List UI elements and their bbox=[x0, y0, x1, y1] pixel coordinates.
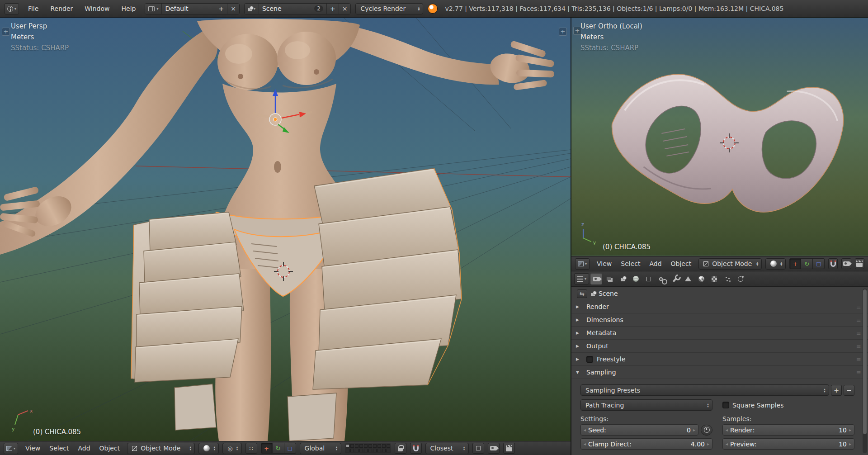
preview-samples-field[interactable]: ◂ Preview: 10 ▸ bbox=[722, 438, 854, 450]
panel-grip-icon[interactable]: ≡ bbox=[856, 369, 861, 376]
context-history-button[interactable]: ⇆ bbox=[577, 289, 587, 298]
translate-manipulator-toggle[interactable]: + bbox=[261, 443, 273, 454]
menu-window[interactable]: Window bbox=[85, 5, 109, 12]
square-samples-checkbox[interactable]: Square Samples bbox=[722, 402, 854, 409]
panel-grip-icon[interactable]: ≡ bbox=[856, 343, 861, 350]
panel-grip-icon[interactable]: ≡ bbox=[856, 303, 861, 310]
pivot-center-select[interactable]: ◎ ▴▾ bbox=[222, 443, 241, 454]
render-engine-select[interactable]: Cycles Render ▴▾ bbox=[355, 3, 423, 14]
scale-manipulator-toggle[interactable]: □ bbox=[813, 258, 825, 269]
menu-add[interactable]: Add bbox=[78, 445, 90, 452]
decrement-icon[interactable]: ◂ bbox=[584, 427, 586, 432]
snap-toggle[interactable] bbox=[410, 443, 422, 454]
transform-orientation-select[interactable]: Global ▴▾ bbox=[300, 443, 341, 454]
panel-grip-icon[interactable]: ≡ bbox=[856, 356, 861, 363]
render-layers-tab[interactable] bbox=[604, 273, 615, 284]
scale-manipulator-toggle[interactable]: □ bbox=[284, 443, 296, 454]
panel-render[interactable]: ▶ Render ≡ bbox=[571, 300, 868, 313]
render-samples-field[interactable]: ◂ Render: 10 ▸ bbox=[722, 424, 854, 436]
scene-add-button[interactable]: + bbox=[327, 4, 339, 14]
world-tab[interactable] bbox=[630, 273, 642, 284]
constraints-tab[interactable] bbox=[656, 273, 668, 284]
scene-name-field[interactable]: Scene 2 bbox=[259, 4, 327, 14]
toolshelf-toggle-icon[interactable]: + bbox=[2, 28, 10, 36]
menu-render[interactable]: Render bbox=[50, 5, 73, 12]
rotate-manipulator-toggle[interactable]: ↻ bbox=[801, 258, 813, 269]
physics-tab[interactable] bbox=[735, 273, 746, 284]
material-tab[interactable] bbox=[695, 273, 707, 284]
snap-element-button[interactable] bbox=[472, 443, 484, 454]
scene-lock-toggle[interactable] bbox=[395, 443, 406, 454]
panel-grip-icon[interactable]: ≡ bbox=[856, 317, 861, 323]
texture-tab[interactable] bbox=[708, 273, 720, 284]
viewport-shading-select[interactable]: ▴▾ bbox=[765, 258, 786, 270]
properties-editor-type-button[interactable]: ▾ bbox=[574, 273, 589, 284]
decrement-icon[interactable]: ◂ bbox=[726, 427, 728, 432]
menu-help[interactable]: Help bbox=[122, 5, 136, 12]
seed-field[interactable]: ◂ Seed: 0 ▸ bbox=[580, 424, 698, 436]
properties-scrollbar[interactable] bbox=[863, 289, 867, 453]
scene-delete-button[interactable]: × bbox=[339, 4, 351, 14]
panel-sampling[interactable]: ▼ Sampling ≡ bbox=[571, 366, 868, 379]
opengl-render-button[interactable] bbox=[841, 258, 851, 269]
menu-file[interactable]: File bbox=[28, 5, 38, 12]
scrollbar-thumb[interactable] bbox=[863, 289, 867, 434]
particles-tab[interactable] bbox=[722, 273, 733, 284]
clamp-direct-field[interactable]: ◂ Clamp Direct: 4.00 ▸ bbox=[580, 438, 712, 450]
seed-animate-button[interactable] bbox=[701, 425, 712, 436]
panel-grip-icon[interactable]: ≡ bbox=[856, 330, 861, 337]
menu-object[interactable]: Object bbox=[99, 445, 120, 452]
increment-icon[interactable]: ▸ bbox=[693, 427, 695, 432]
preset-add-button[interactable]: + bbox=[831, 385, 842, 396]
increment-icon[interactable]: ▸ bbox=[849, 427, 851, 432]
modifiers-tab[interactable] bbox=[669, 273, 681, 284]
scene-tab[interactable] bbox=[617, 273, 628, 284]
preset-remove-button[interactable] bbox=[844, 385, 854, 396]
viewport-shading-select[interactable]: ▴▾ bbox=[198, 443, 219, 454]
viewport-3d-secondary[interactable]: z y User Ortho (Local) Meters SStatus: C… bbox=[571, 18, 868, 256]
secondary-viewport-canvas[interactable]: z y bbox=[571, 18, 868, 256]
panel-metadata[interactable]: ▶ Metadata ≡ bbox=[571, 327, 868, 340]
interaction-mode-select[interactable]: Object Mode ▴▾ bbox=[698, 258, 762, 270]
screen-layout-name-field[interactable]: Default bbox=[162, 4, 215, 14]
panel-freestyle[interactable]: ▶ Freestyle ≡ bbox=[571, 353, 868, 366]
menu-view[interactable]: View bbox=[25, 445, 40, 452]
screen-layout-delete-button[interactable]: × bbox=[227, 4, 239, 14]
sidebar-toggle-icon[interactable]: + bbox=[559, 28, 567, 36]
object-tab[interactable] bbox=[643, 273, 655, 284]
sampling-presets-select[interactable]: Sampling Presets ▴▾ bbox=[580, 384, 829, 396]
freestyle-checkbox[interactable] bbox=[586, 356, 593, 363]
toolshelf-toggle-icon[interactable]: + bbox=[573, 27, 581, 35]
opengl-render-button[interactable] bbox=[488, 443, 500, 454]
viewport-3d-main[interactable]: x y User Persp Meters SStatus: CSHARP (0… bbox=[0, 18, 571, 455]
screen-layout-browse-button[interactable]: ▾ bbox=[145, 4, 162, 14]
decrement-icon[interactable]: ◂ bbox=[584, 441, 586, 446]
snap-toggle[interactable] bbox=[828, 258, 838, 269]
manipulate-center-points-toggle[interactable]: ∷ bbox=[245, 443, 257, 454]
viewport-editor-type-button[interactable]: ▾ bbox=[575, 258, 590, 270]
snap-target-select[interactable]: Closest ▴▾ bbox=[425, 443, 469, 454]
increment-icon[interactable]: ▸ bbox=[707, 441, 709, 446]
decrement-icon[interactable]: ◂ bbox=[726, 441, 728, 446]
object-data-tab[interactable] bbox=[682, 273, 694, 284]
menu-select[interactable]: Select bbox=[49, 445, 69, 452]
menu-select[interactable]: Select bbox=[621, 260, 640, 267]
opengl-render-anim-button[interactable] bbox=[503, 443, 515, 454]
main-viewport-canvas[interactable]: x y bbox=[0, 18, 571, 441]
integrator-select[interactable]: Path Tracing ▴▾ bbox=[580, 399, 712, 411]
interaction-mode-select[interactable]: Object Mode ▴▾ bbox=[127, 443, 195, 454]
render-tab[interactable] bbox=[590, 273, 602, 284]
scene-browse-button[interactable]: ▾ bbox=[245, 4, 259, 14]
editor-type-button[interactable]: ▾ bbox=[5, 3, 19, 14]
translate-manipulator-toggle[interactable]: + bbox=[789, 258, 801, 269]
screen-layout-add-button[interactable]: + bbox=[215, 4, 227, 14]
menu-add[interactable]: Add bbox=[649, 260, 661, 267]
rotate-manipulator-toggle[interactable]: ↻ bbox=[273, 443, 284, 454]
increment-icon[interactable]: ▸ bbox=[849, 441, 851, 446]
menu-object[interactable]: Object bbox=[671, 260, 692, 267]
panel-output[interactable]: ▶ Output ≡ bbox=[571, 340, 868, 353]
menu-view[interactable]: View bbox=[597, 260, 612, 267]
panel-dimensions[interactable]: ▶ Dimensions ≡ bbox=[571, 313, 868, 327]
layers-widget[interactable] bbox=[345, 443, 391, 453]
viewport-editor-type-button[interactable]: ▾ bbox=[4, 443, 18, 454]
